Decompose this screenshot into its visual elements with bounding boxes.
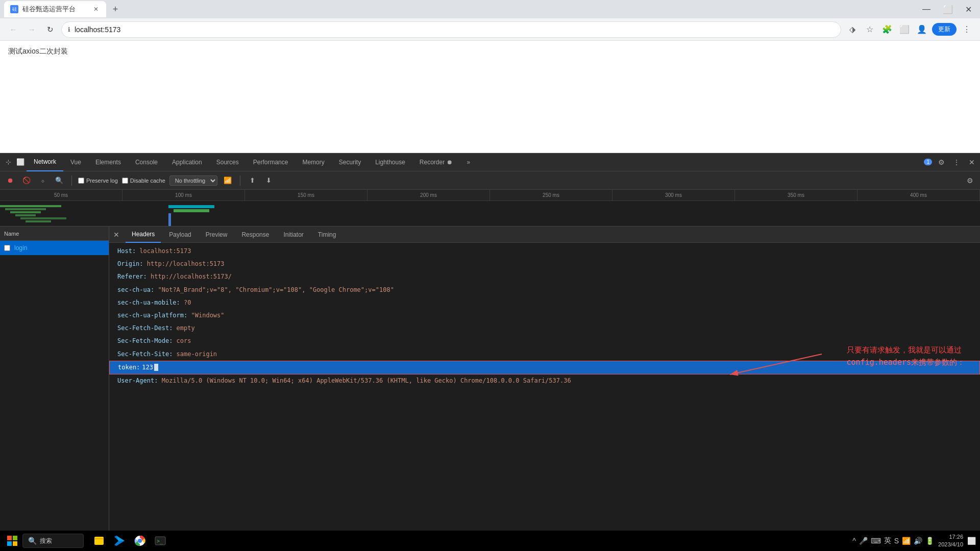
request-name: login xyxy=(14,244,27,252)
request-checkbox[interactable] xyxy=(4,245,10,251)
volume-icon[interactable]: 🔊 xyxy=(914,537,922,545)
svg-rect-14 xyxy=(13,541,17,546)
tab-performance[interactable]: Performance xyxy=(246,153,296,171)
clock[interactable]: 17:26 2023/4/10 xyxy=(938,533,963,549)
devtools-tab-bar: ⊹ ⬜ Network Vue Elements Console Applica… xyxy=(0,153,980,171)
headers-tab-preview[interactable]: Preview xyxy=(200,227,234,243)
microphone-icon[interactable]: 🎤 xyxy=(859,537,868,545)
new-tab-button[interactable]: + xyxy=(108,2,122,16)
tab-sources[interactable]: Sources xyxy=(209,153,246,171)
address-bar[interactable]: ℹ localhost:5173 xyxy=(61,21,841,38)
account-button[interactable]: 👤 xyxy=(915,22,929,37)
network-toolbar: ⏺ 🚫 ⬦ 🔍 Preserve log Disable cache No th… xyxy=(0,171,980,190)
devtools-right-controls: 1 ⚙ ⋮ ✕ xyxy=(924,156,978,168)
taskbar-app-terminal[interactable]: >_ xyxy=(151,532,169,550)
header-row-sec-fetch-site: Sec-Fetch-Site: same-origin xyxy=(109,348,980,361)
taskbar-search[interactable]: 🔍 搜索 xyxy=(22,534,84,548)
tab-memory[interactable]: Memory xyxy=(295,153,331,171)
active-tab[interactable]: 硅 硅谷甄选运营平台 ✕ xyxy=(4,1,106,17)
tab-vue[interactable]: Vue xyxy=(63,153,88,171)
timeline: 50 ms 100 ms 150 ms 200 ms 250 ms 300 ms… xyxy=(0,190,980,227)
ruler-mark-150: 150 ms xyxy=(245,190,368,201)
throttle-select[interactable]: No throttling xyxy=(169,176,217,186)
search-button[interactable]: 🔍 xyxy=(53,174,65,187)
forward-button[interactable]: → xyxy=(24,22,39,37)
filter-button[interactable]: ⬦ xyxy=(37,174,49,187)
taskbar-apps: >_ xyxy=(90,532,169,550)
search-icon: 🔍 xyxy=(28,537,37,545)
windows-logo-icon xyxy=(7,536,17,546)
toolbar-right: ⚙ xyxy=(964,174,976,187)
devtools-settings-icon[interactable]: ⚙ xyxy=(935,156,947,168)
taskbar-app-explorer[interactable] xyxy=(90,532,108,550)
chevron-up-icon[interactable]: ^ xyxy=(852,537,856,545)
svg-text:>_: >_ xyxy=(157,538,163,544)
svg-rect-8 xyxy=(168,213,171,227)
update-button[interactable]: 更新 xyxy=(932,23,957,36)
extensions-button[interactable]: 🧩 xyxy=(880,22,894,37)
headers-tab-timing[interactable]: Timing xyxy=(312,227,342,243)
headers-tab-payload[interactable]: Payload xyxy=(163,227,197,243)
back-button[interactable]: ← xyxy=(6,22,20,37)
taskbar-app-chrome[interactable] xyxy=(131,532,149,550)
disable-cache-checkbox[interactable]: Disable cache xyxy=(122,178,165,184)
record-button[interactable]: ⏺ xyxy=(4,174,16,187)
headers-tab-headers[interactable]: Headers xyxy=(126,227,161,243)
headers-tab-initiator[interactable]: Initiator xyxy=(277,227,309,243)
tab-security[interactable]: Security xyxy=(332,153,368,171)
keyboard-icon[interactable]: ⌨ xyxy=(871,537,881,545)
address-security-icon: ℹ xyxy=(68,26,70,33)
taskbar-right: ^ 🎤 ⌨ 英 S 📶 🔊 🔋 17:26 2023/4/10 ⬜ xyxy=(852,533,976,549)
cursor-indicator xyxy=(154,364,158,371)
tab-recorder[interactable]: Recorder ⏺ xyxy=(412,153,460,171)
menu-button[interactable]: ⋮ xyxy=(960,22,974,37)
cast-button[interactable]: ⬗ xyxy=(845,22,860,37)
tab-bar: 硅 硅谷甄选运营平台 ✕ + — ⬜ ✕ xyxy=(0,0,980,18)
taskbar-app-vscode[interactable] xyxy=(110,532,129,550)
restore-button[interactable]: ⬜ xyxy=(939,5,957,14)
tab-network[interactable]: Network xyxy=(27,153,63,171)
terminal-icon: >_ xyxy=(154,535,166,547)
tab-title: 硅谷甄选运营平台 xyxy=(22,5,88,14)
battery-icon[interactable]: 🔋 xyxy=(925,537,934,545)
export-button[interactable]: ⬇ xyxy=(263,174,275,187)
language-icon[interactable]: 英 xyxy=(884,536,891,545)
notification-icon[interactable]: ⬜ xyxy=(967,537,976,545)
online-icon[interactable]: 📶 xyxy=(222,174,234,187)
tab-more[interactable]: » xyxy=(460,153,478,171)
profile-button[interactable]: ⬜ xyxy=(897,22,912,37)
network-settings-icon[interactable]: ⚙ xyxy=(964,174,976,187)
devtools-inspect-icon[interactable]: ⬜ xyxy=(14,156,27,168)
header-row-origin: Origin: http://localhost:5173 xyxy=(109,258,980,270)
svg-rect-7 xyxy=(174,209,209,212)
ruler-mark-100: 100 ms xyxy=(122,190,245,201)
chrome-icon xyxy=(134,535,146,547)
tab-elements[interactable]: Elements xyxy=(88,153,128,171)
headers-tab-response[interactable]: Response xyxy=(235,227,275,243)
tab-close-button[interactable]: ✕ xyxy=(92,5,100,13)
preserve-log-checkbox[interactable]: Preserve log xyxy=(78,178,118,184)
ime-icon[interactable]: S xyxy=(894,537,899,545)
svg-rect-0 xyxy=(0,205,61,207)
start-button[interactable] xyxy=(4,533,20,549)
tab-console[interactable]: Console xyxy=(128,153,165,171)
request-item-login[interactable]: login xyxy=(0,241,109,255)
tab-lighthouse[interactable]: Lighthouse xyxy=(368,153,412,171)
headers-content: Host: localhost:5173 Origin: http://loca… xyxy=(109,243,980,539)
clear-button[interactable]: 🚫 xyxy=(20,174,33,187)
devtools-more-icon[interactable]: ⋮ xyxy=(950,156,963,168)
devtools-close-icon[interactable]: ✕ xyxy=(966,156,978,168)
close-headers-button[interactable]: ✕ xyxy=(113,231,119,239)
bookmark-button[interactable]: ☆ xyxy=(863,22,877,37)
taskbar: 🔍 搜索 xyxy=(0,531,980,551)
minimize-button[interactable]: — xyxy=(918,5,935,14)
ruler-mark-250: 250 ms xyxy=(490,190,612,201)
network-tray-icon[interactable]: 📶 xyxy=(902,537,911,545)
devtools-panel: ⊹ ⬜ Network Vue Elements Console Applica… xyxy=(0,153,980,551)
import-button[interactable]: ⬆ xyxy=(247,174,259,187)
tab-application[interactable]: Application xyxy=(165,153,209,171)
close-button[interactable]: ✕ xyxy=(961,5,976,14)
reload-button[interactable]: ↻ xyxy=(43,22,57,37)
tab-favicon: 硅 xyxy=(10,5,18,13)
devtools-cursor-icon[interactable]: ⊹ xyxy=(2,156,14,168)
